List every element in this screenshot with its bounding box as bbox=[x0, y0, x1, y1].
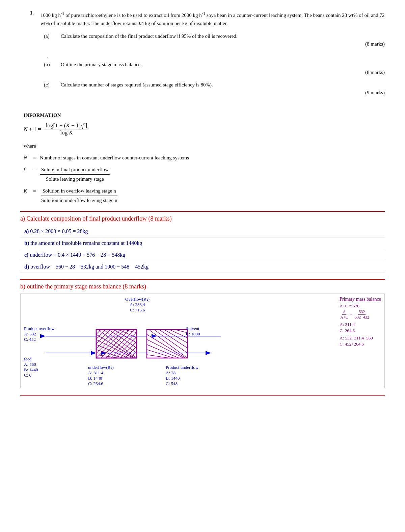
overflow-r1-label: Overflow(R₁) A: 283.4 C: 716.6 bbox=[125, 297, 150, 313]
solvent-c: C: 1000 bbox=[186, 331, 200, 337]
solvent-block: Solvent C: 1000 bbox=[186, 326, 200, 337]
pmb-A: A: 311.4 bbox=[340, 322, 381, 327]
sub-label-a: (a) bbox=[44, 33, 54, 49]
where-section: where N = Number of stages in constant u… bbox=[24, 142, 385, 205]
overflow-c: C: 716.6 bbox=[125, 307, 150, 313]
sub-question-c: (c) Calculate the number of stages requi… bbox=[44, 82, 385, 98]
underflow-b: B: 1440 bbox=[88, 376, 114, 381]
def-k: K = Solution in overflow leaving stage n… bbox=[24, 186, 385, 205]
product-overflow-c: C: 452 bbox=[24, 337, 55, 342]
dot-marker: . bbox=[47, 54, 385, 59]
formula-block: N + 1 = log[1 + (K − 1)/f ] log K bbox=[24, 122, 385, 136]
sub-question-b: (b) Outline the primary stage mass balan… bbox=[44, 62, 385, 77]
product-overflow-a: A: 532 bbox=[24, 331, 55, 337]
sub-label-b: (b) bbox=[44, 62, 54, 77]
def-f-denom: Solute leaving primary stage bbox=[45, 175, 105, 184]
hw-line-a-text: 0.28 × 2000 × 0.05 = 28kg bbox=[30, 228, 88, 234]
diagram-area: Overflow(R₁) A: 283.4 C: 716.6 Primary m… bbox=[20, 294, 385, 388]
hw-line-d-text: overflow = 560 − 28 = 532kg and 1000 − 5… bbox=[30, 264, 148, 270]
def-k-numer: Solution in overflow leaving stage n bbox=[41, 186, 117, 196]
sub-text-a: Calculate the composition of the final p… bbox=[61, 33, 385, 39]
def-f: f = Solute in final product underflow So… bbox=[24, 165, 385, 184]
product-underflow-b: B: 1440 bbox=[166, 376, 198, 381]
pmb-A2: A: 532+311.4−560 bbox=[340, 335, 381, 341]
formula-denom: log K bbox=[59, 129, 74, 136]
section-b-heading: b) outline the primary stage mass balanc… bbox=[20, 283, 385, 290]
hw-line-b-text: the amount of insoluble remains constant… bbox=[30, 240, 142, 246]
product-underflow-block: Product underflow A: 28 B: 1440 C: 548 bbox=[166, 365, 198, 386]
formula-lhs: N + 1 = bbox=[24, 126, 41, 133]
process-diagram-svg bbox=[25, 314, 255, 382]
def-f-eq: = bbox=[33, 165, 37, 174]
underflow-a: A: 311.4 bbox=[88, 370, 114, 376]
feed-a: A: 560 bbox=[24, 362, 38, 367]
def-f-fraction: Solute in final product underflow Solute… bbox=[40, 165, 110, 184]
sub-body-c: Calculate the number of stages required … bbox=[61, 82, 385, 98]
feed-label: feed bbox=[24, 356, 38, 362]
question-number: 1. bbox=[20, 10, 34, 102]
overflow-label: Overflow(R₁) bbox=[125, 297, 150, 302]
product-overflow-label: Product overflow bbox=[24, 326, 55, 331]
red-divider-3 bbox=[20, 395, 385, 396]
underflow-label: underflow(R₁) bbox=[88, 365, 114, 370]
formula-numer: log[1 + (K − 1)/f ] bbox=[45, 122, 89, 129]
hw-line-c-text: underflow = 0.4 × 1440 = 576 − 28 = 548k… bbox=[30, 252, 125, 258]
def-f-symbol: f bbox=[24, 165, 30, 174]
info-title: INFORMATION bbox=[24, 112, 385, 118]
pmb-line1: A+C = 576 bbox=[340, 303, 381, 309]
product-overflow-block: Product overflow A: 532 C: 452 bbox=[24, 326, 55, 342]
def-f-text: Solute in final product underflow Solute… bbox=[40, 165, 385, 184]
formula-fraction: log[1 + (K − 1)/f ] log K bbox=[45, 122, 89, 136]
def-n-eq: = bbox=[33, 153, 37, 162]
def-k-fraction: Solution in overflow leaving stage n Sol… bbox=[40, 186, 118, 205]
hw-line-d: d) overflow = 560 − 28 = 532kg and 1000 … bbox=[20, 261, 385, 273]
pmb-C: C: 264.6 bbox=[340, 328, 381, 333]
sub-text-b: Outline the primary stage mass balance. bbox=[61, 62, 385, 68]
svg-line-12 bbox=[159, 329, 187, 348]
section-a-heading: a) Calculate composition of final produc… bbox=[20, 215, 385, 222]
question-block: 1. 1000 kg h-1 of pure trichloroethylene… bbox=[20, 10, 385, 102]
hw-line-b: b) the amount of insoluble remains const… bbox=[20, 237, 385, 249]
pmb-fraction2: 532 532+432 bbox=[354, 309, 370, 320]
feed-b: B: 1440 bbox=[24, 367, 38, 373]
red-divider-1 bbox=[20, 211, 385, 212]
def-k-denom: Solution in underflow leaving stage n bbox=[40, 196, 118, 205]
feed-block: feed A: 560 B: 1440 C: 0 bbox=[24, 356, 38, 378]
def-k-text: Solution in overflow leaving stage n Sol… bbox=[40, 186, 385, 205]
product-underflow-a: A: 28 bbox=[166, 370, 198, 376]
pmb-fraction: A A+C bbox=[340, 309, 349, 320]
red-divider-2 bbox=[20, 279, 385, 280]
svg-line-15 bbox=[174, 329, 187, 333]
information-section: INFORMATION N + 1 = log[1 + (K − 1)/f ] … bbox=[24, 112, 385, 205]
pmb-C2: C: 452+264.6 bbox=[340, 341, 381, 347]
question-body: 1000 kg h-1 of pure trichloroethylene is… bbox=[40, 10, 385, 102]
def-k-symbol: K bbox=[24, 186, 30, 196]
def-n-symbol: N bbox=[24, 153, 30, 162]
pmb-line2: A A+C = 532 532+432 bbox=[340, 309, 381, 320]
def-n-text: Number of stages in constant underflow c… bbox=[40, 153, 385, 162]
marks-b: (8 marks) bbox=[61, 70, 385, 75]
where-label: where bbox=[24, 142, 385, 151]
hw-line-c: c) underflow = 0.4 × 1440 = 576 − 28 = 5… bbox=[20, 249, 385, 261]
product-underflow-label: Product underflow bbox=[166, 365, 198, 370]
svg-line-10 bbox=[148, 329, 187, 358]
marks-c: (9 marks) bbox=[61, 90, 385, 96]
def-n: N = Number of stages in constant underfl… bbox=[24, 153, 385, 162]
product-underflow-c: C: 548 bbox=[166, 381, 198, 386]
sub-label-c: (c) bbox=[44, 82, 54, 98]
sub-text-c: Calculate the number of stages required … bbox=[61, 82, 385, 88]
feed-c: C: 0 bbox=[24, 373, 38, 378]
primary-mass-balance: Primary mass balance A+C = 576 A A+C = 5… bbox=[340, 297, 381, 348]
def-k-eq: = bbox=[33, 186, 37, 196]
pmb-title: Primary mass balance bbox=[340, 297, 381, 302]
solvent-label: Solvent bbox=[186, 326, 200, 331]
underflow-block: underflow(R₁) A: 311.4 B: 1440 C: 264.6 bbox=[88, 365, 114, 386]
marks-a: (8 marks) bbox=[61, 41, 385, 47]
overflow-a: A: 283.4 bbox=[125, 302, 150, 307]
sub-body-b: Outline the primary stage mass balance. … bbox=[61, 62, 385, 77]
underflow-c: C: 264.6 bbox=[88, 381, 114, 386]
sub-body-a: Calculate the composition of the final p… bbox=[61, 33, 385, 49]
def-f-numer: Solute in final product underflow bbox=[40, 165, 110, 175]
hw-line-a: a) 0.28 × 2000 × 0.05 = 28kg bbox=[20, 226, 385, 237]
question-text: 1000 kg h-1 of pure trichloroethylene is… bbox=[40, 10, 385, 27]
